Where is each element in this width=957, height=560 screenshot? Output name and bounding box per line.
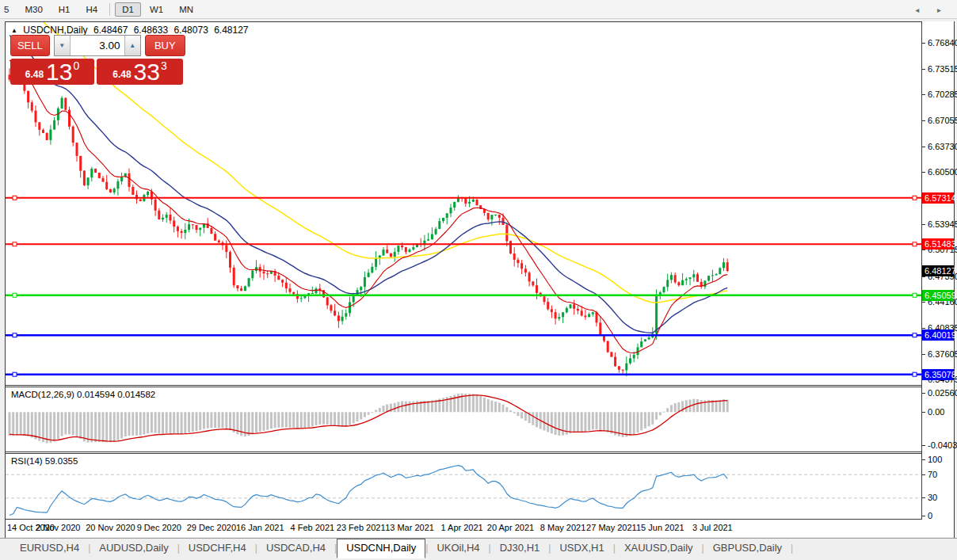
tick-mark <box>922 445 925 446</box>
macd-histogram-bar <box>405 402 407 413</box>
macd-histogram-bar <box>666 408 669 412</box>
tab-scroll-arrows[interactable]: ◂ ▸ <box>915 6 949 14</box>
macd-histogram-bar <box>132 412 134 436</box>
candle <box>618 366 620 369</box>
candle <box>61 98 63 109</box>
date-label: 8 May 2021 <box>540 523 585 532</box>
sell-price[interactable]: 6.48130 <box>10 59 94 85</box>
buy-button[interactable]: BUY <box>145 35 185 56</box>
candle <box>386 250 388 253</box>
macd-histogram-bar <box>154 412 157 432</box>
candle <box>263 272 265 274</box>
date-label: 13 Mar 2021 <box>385 523 434 532</box>
macd-histogram-bar <box>143 412 145 434</box>
macd-histogram-bar <box>181 412 183 434</box>
candle <box>364 277 366 287</box>
timeframe-button-w1[interactable]: W1 <box>143 2 170 17</box>
macd-histogram-bar <box>281 412 284 427</box>
volume-decrease-button[interactable]: ▼ <box>55 36 71 55</box>
timeframe-button-d1[interactable]: D1 <box>115 2 141 17</box>
rsi-tick: 70 <box>922 470 937 480</box>
tab-usdcad-h4[interactable]: USDCAD,H4 <box>257 539 334 558</box>
macd-histogram-bar <box>35 412 37 439</box>
macd-histogram-bar <box>715 400 718 412</box>
candle <box>723 262 725 268</box>
tab-dj30-h1[interactable]: DJ30,H1 <box>491 539 549 558</box>
sell-button[interactable]: SELL <box>10 35 50 56</box>
toolbar-separator <box>109 3 110 16</box>
hline-handle[interactable] <box>913 242 917 246</box>
date-label: 23 Feb 2021 <box>337 523 386 532</box>
volume-input[interactable] <box>71 36 124 55</box>
tab-audusd-daily[interactable]: AUDUSD,Daily <box>90 539 177 558</box>
timeframe-toolbar: 5M30H1H4D1W1MN <box>0 0 957 19</box>
tab-usdx-h1[interactable]: USDX,H1 <box>551 539 612 558</box>
hline-handle[interactable] <box>13 333 17 337</box>
macd-histogram-bar <box>303 412 306 428</box>
candle <box>644 339 646 341</box>
hline-handle[interactable] <box>913 196 917 200</box>
rsi-indicator-panel[interactable] <box>6 454 921 519</box>
candle <box>154 200 157 211</box>
tab-ukoil-h4[interactable]: UKOil,H4 <box>428 539 488 558</box>
hline-handle[interactable] <box>13 196 17 200</box>
timeframe-button-5[interactable]: 5 <box>0 2 16 17</box>
collapse-triangle-icon[interactable]: ▲ <box>11 27 17 34</box>
price-tick: 6.70285 <box>922 90 957 100</box>
buy-price[interactable]: 6.48333 <box>97 59 183 85</box>
tab-usdchf-h4[interactable]: USDCHF,H4 <box>180 539 255 558</box>
timeframe-button-h1[interactable]: H1 <box>51 2 78 17</box>
macd-histogram-bar <box>94 412 97 442</box>
timeframe-button-m30[interactable]: M30 <box>17 2 49 17</box>
candle <box>502 218 505 225</box>
macd-histogram-bar <box>203 412 205 429</box>
macd-histogram-bar <box>196 412 198 431</box>
volume-increase-button[interactable]: ▲ <box>124 36 140 55</box>
macd-histogram-bar <box>61 412 63 436</box>
candle <box>315 288 318 293</box>
tick-mark <box>922 224 925 225</box>
macd-histogram-bar <box>23 412 25 435</box>
macd-histogram-bar <box>573 412 575 432</box>
macd-histogram-bar <box>696 399 699 412</box>
tab-xauusd-daily[interactable]: XAUUSD,Daily <box>616 539 702 558</box>
timeframe-button-h4[interactable]: H4 <box>78 2 105 17</box>
price-tick: 6.60500 <box>922 167 957 177</box>
hline-handle[interactable] <box>913 293 917 297</box>
candle <box>409 250 411 252</box>
timeframe-button-mn[interactable]: MN <box>172 2 200 17</box>
open-value: 6.48467 <box>93 25 128 36</box>
macd-histogram-bar <box>229 412 231 430</box>
main-macd-separator-a <box>5 385 955 386</box>
macd-histogram-bar <box>76 412 78 436</box>
macd-histogram-bar <box>188 412 190 432</box>
hline-handle[interactable] <box>13 242 17 246</box>
tab-eurusd-h4[interactable]: EURUSD,H4 <box>11 539 88 558</box>
macd-histogram-bar <box>199 412 201 430</box>
hline-handle[interactable] <box>13 372 17 376</box>
symbol-period-label: USDCNH,Daily <box>23 25 87 36</box>
candle <box>233 268 235 285</box>
date-label: 9 Dec 2020 <box>137 523 181 532</box>
candle <box>166 215 168 218</box>
date-axis[interactable]: 14 Oct 20202 Nov 202020 Nov 20209 Dec 20… <box>6 520 921 537</box>
macd-histogram-bar <box>412 402 414 413</box>
candle <box>584 316 586 318</box>
candle <box>116 181 119 189</box>
macd-histogram-bar <box>192 412 194 432</box>
macd-histogram-bar <box>409 402 411 413</box>
tab-usdcnh-daily[interactable]: USDCNH,Daily <box>337 539 425 558</box>
hline-handle[interactable] <box>913 333 917 337</box>
date-label: 1 Apr 2021 <box>441 523 483 532</box>
candle <box>581 310 583 315</box>
hline-handle[interactable] <box>13 293 17 297</box>
candle <box>715 274 718 275</box>
macd-histogram-bar <box>633 412 635 434</box>
hline-handle[interactable] <box>913 372 917 376</box>
tab-gbpusd-daily[interactable]: GBPUSD,Daily <box>704 539 791 558</box>
candle <box>147 192 149 195</box>
tab-separator: | <box>791 539 793 554</box>
macd-histogram-bar <box>532 412 534 425</box>
macd-histogram-bar <box>124 412 127 436</box>
price-axis[interactable]: 6.768406.735156.702856.670556.637306.605… <box>922 21 954 520</box>
